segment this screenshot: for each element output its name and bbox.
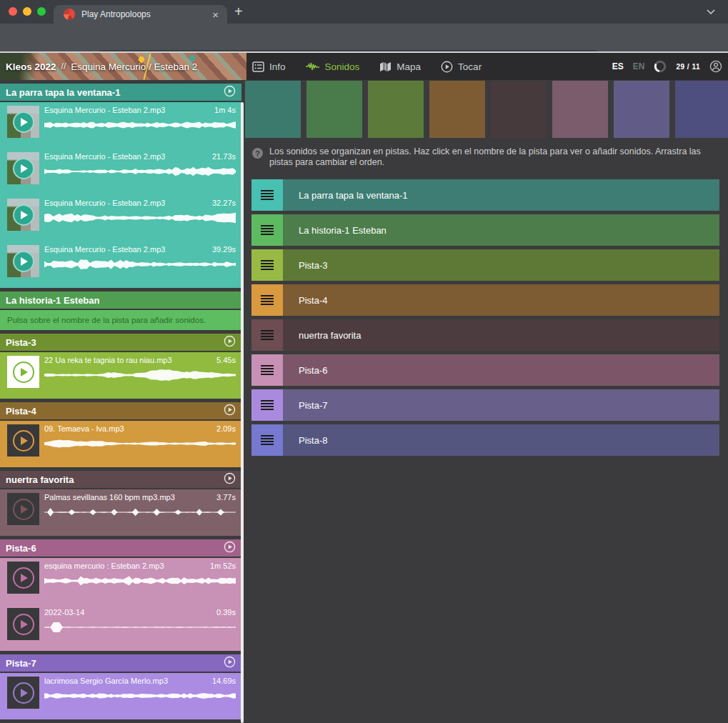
track-row-body[interactable]: Pista-7 (283, 389, 719, 421)
audio-clip[interactable]: Esquina Mercurio - Esteban 2.mp339.29s (0, 241, 241, 288)
track-row[interactable]: Pista-4 (251, 284, 719, 316)
language-es[interactable]: ES (612, 61, 624, 71)
audio-clip[interactable]: lacrimosa Sergio García Merlo.mp314.69s (0, 673, 241, 719)
audio-clip[interactable]: Palmas sevillanas 160 bpm mp3.mp33.77s (0, 489, 241, 536)
clip-play-button[interactable] (7, 608, 39, 640)
sidebar-track-section: Pista-6esquina mercurio : Esteban 2.mp31… (0, 539, 241, 651)
track-empty-hint: Pulsa sobre el nombre de la pista para a… (0, 310, 241, 330)
drag-handle[interactable] (251, 424, 283, 456)
drag-handle[interactable] (251, 249, 283, 281)
clip-thumbnail (7, 199, 39, 231)
tab-info-label: Info (269, 61, 286, 72)
track-row[interactable]: nuertra favorita (251, 319, 719, 351)
audio-clip[interactable]: 2022-03-140.39s (0, 604, 241, 651)
track-row-body[interactable]: La historia-1 Esteban (283, 214, 719, 246)
track-header[interactable]: Pista-7 (0, 654, 241, 672)
audio-clip[interactable]: Esquina Mercurio - Esteban 2.mp321.73s (0, 149, 241, 195)
clip-play-button[interactable] (7, 199, 39, 231)
track-play-icon (224, 541, 236, 553)
new-tab-button[interactable]: + (234, 4, 243, 19)
fullscreen-window-button[interactable] (37, 7, 46, 16)
clip-title: esquina mercurio : Esteban 2.mp3 (44, 562, 164, 570)
close-window-button[interactable] (9, 7, 17, 16)
track-header[interactable]: Pista-3 (0, 334, 241, 351)
drag-handle[interactable] (251, 179, 283, 211)
audio-clip[interactable]: 22 Ua reka te tagnia to rau niau.mp35.45… (0, 352, 241, 399)
track-play-button[interactable] (224, 656, 236, 671)
audio-clip[interactable]: 09. Temaeva - Iva.mp32.09s (0, 421, 241, 467)
clip-header: 2022-03-140.39s (44, 608, 236, 617)
audio-clip[interactable]: Esquina Mercurio - Esteban 2.mp31m 4s (0, 102, 241, 149)
site-favicon (64, 9, 75, 20)
track-row[interactable]: Pista-6 (251, 354, 719, 386)
audio-clip[interactable]: Esquina Mercurio - Esteban 2.mp332.27s (0, 195, 241, 241)
loading-spinner-icon (654, 60, 667, 73)
track-row[interactable]: La parra tapa la ventana-1 (251, 179, 719, 211)
breadcrumb-project[interactable]: Kleos 2022 (6, 61, 56, 72)
track-color-swatch (306, 81, 362, 138)
project-cover-photo[interactable]: Kleos 2022 // Esquina Mercurio / Esteban… (0, 53, 246, 80)
clip-header: esquina mercurio : Esteban 2.mp31m 52s (44, 562, 236, 570)
track-row[interactable]: La historia-1 Esteban (251, 214, 719, 246)
clip-play-button[interactable] (7, 424, 39, 457)
track-row-body[interactable]: Pista-3 (283, 249, 719, 281)
track-play-button[interactable] (224, 85, 236, 100)
clip-play-button[interactable] (7, 677, 39, 709)
tab-sonidos[interactable]: Sonidos (306, 61, 360, 72)
track-header[interactable]: La historia-1 Esteban (0, 291, 241, 309)
track-play-icon (224, 85, 236, 97)
track-row-body[interactable]: Pista-8 (283, 424, 719, 456)
clip-play-button[interactable] (7, 356, 39, 388)
track-row-body[interactable]: Pista-4 (283, 284, 719, 316)
browser-tab[interactable]: Play Antropoloops × (54, 5, 227, 24)
language-en[interactable]: EN (633, 61, 645, 71)
browser-toolbar: ← → ↻ app.antropoloops.com/Kleos-Santa-M… (0, 24, 728, 51)
sidebar-track-section: Pista-322 Ua reka te tagnia to rau niau.… (0, 334, 241, 399)
minimize-window-button[interactable] (23, 7, 31, 16)
clip-play-button[interactable] (7, 562, 39, 594)
drag-handle[interactable] (251, 284, 283, 316)
tab-info[interactable]: Info (252, 61, 286, 72)
track-name: La parra tapa la ventana-1 (6, 87, 224, 98)
sidebar-scrollbar[interactable] (241, 102, 244, 723)
tab-search-chevron-icon[interactable] (707, 9, 715, 14)
drag-handle-icon (261, 365, 274, 375)
clip-play-button[interactable] (7, 245, 39, 277)
waveform (44, 368, 236, 382)
clip-play-button[interactable] (7, 152, 39, 184)
clip-duration: 0.39s (216, 608, 236, 617)
track-row[interactable]: Pista-3 (251, 249, 719, 281)
track-header[interactable]: Pista-4 (0, 402, 241, 419)
track-header[interactable]: Pista-6 (0, 539, 241, 557)
waveform (44, 620, 236, 634)
tab-tocar[interactable]: Tocar (441, 61, 482, 73)
track-play-button[interactable] (224, 335, 236, 350)
tab-mapa[interactable]: Mapa (379, 61, 421, 72)
help-text: Los sonidos se organizan en pistas. Haz … (269, 146, 709, 168)
track-row-body[interactable]: Pista-6 (283, 354, 719, 386)
track-header[interactable]: nuertra favorita (0, 471, 241, 488)
drag-handle[interactable] (251, 354, 283, 386)
track-row[interactable]: Pista-7 (251, 389, 719, 421)
track-name: La historia-1 Esteban (6, 295, 236, 306)
clip-duration: 14.69s (212, 677, 236, 685)
profile-icon[interactable] (709, 60, 722, 73)
tab-close-icon[interactable]: × (211, 9, 220, 20)
clip-play-button[interactable] (7, 106, 39, 138)
waveform (44, 211, 236, 225)
track-row-body[interactable]: nuertra favorita (283, 319, 719, 351)
play-triangle-icon (21, 211, 28, 219)
drag-handle[interactable] (251, 214, 283, 246)
track-play-button[interactable] (224, 541, 236, 556)
audio-clip[interactable]: esquina mercurio : Esteban 2.mp31m 52s (0, 558, 241, 604)
play-triangle-icon (21, 620, 28, 629)
drag-handle[interactable] (251, 319, 283, 351)
track-play-button[interactable] (224, 472, 236, 487)
clip-play-button[interactable] (7, 493, 39, 525)
track-row[interactable]: Pista-8 (251, 424, 719, 456)
track-header[interactable]: La parra tapa la ventana-1 (0, 84, 241, 101)
drag-handle-icon (261, 225, 274, 235)
track-play-button[interactable] (224, 404, 236, 419)
drag-handle[interactable] (251, 389, 283, 421)
track-row-body[interactable]: La parra tapa la ventana-1 (283, 179, 719, 211)
